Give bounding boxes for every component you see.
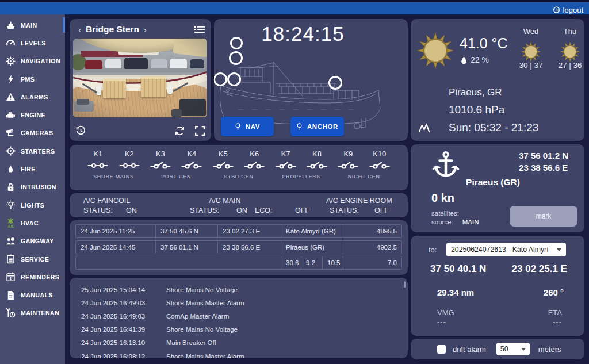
sidebar-item-pms[interactable]: PMS <box>0 70 65 88</box>
to-label: to: <box>429 246 437 254</box>
cell-place: Piraeus (GR) <box>281 240 343 254</box>
alarm-time: 24 Jun 2025 16:13:10 <box>81 339 158 346</box>
sidebar-item-hvac[interactable]: A/C HVAC <box>0 214 65 232</box>
helm-icon <box>5 56 16 66</box>
sidebar-item-manuals[interactable]: MANUALS <box>0 286 65 304</box>
sidebar-item-lights[interactable]: LIGHTS <box>0 196 65 214</box>
ac-field: ECO: OFF <box>255 206 309 214</box>
drift-distance-value: 50 <box>500 345 519 353</box>
cell-lon: 23 38 56.6 E <box>218 240 281 254</box>
sidebar-item-label: MAIN <box>21 22 37 29</box>
cell-log: 4895.5 <box>343 224 402 238</box>
scrollbar-thumb[interactable] <box>404 281 406 288</box>
camera-next-button[interactable]: › <box>141 25 150 34</box>
table-row: 24 Jun 2025 11:25 37 50 45.6 N 23 02 27.… <box>75 224 402 238</box>
destination-selected-option: 20250624072613 - Káto Almyrí <box>451 246 554 254</box>
camera-icon <box>5 128 16 138</box>
breaker-switch-icon <box>113 161 144 173</box>
table-row: 24 Jun 2025 14:45 37 56 01.1 N 23 38 56.… <box>75 240 402 254</box>
destination-select[interactable]: 20250624072613 - Káto Almyrí <box>446 243 566 256</box>
sidebar-item-maintenan[interactable]: MAINTENAN <box>0 304 65 322</box>
warning-icon <box>5 92 16 102</box>
clipboard-icon <box>5 254 16 265</box>
alarm-log-entry: 24 Jun 2025 16:08:12 Shore Mains Master … <box>70 350 408 358</box>
breaker-switch-icon <box>208 161 239 173</box>
cell-lon: 23 02 27.3 E <box>218 224 281 238</box>
forecast-day-label: Wed <box>510 27 552 36</box>
sidebar-item-starters[interactable]: STARTERS <box>0 142 65 160</box>
clock-panel: 18:24:15 NAV ANCHOR <box>214 19 408 141</box>
voyage-table-panel: 24 Jun 2025 11:25 37 50 45.6 N 23 02 27.… <box>70 220 408 275</box>
sidebar-item-levels[interactable]: LEVELS <box>0 34 65 52</box>
breaker-id-k5: K5 <box>208 150 239 158</box>
playlist-icon[interactable] <box>194 25 205 34</box>
destination-lat: 37 50 40.1 N <box>430 263 486 275</box>
breaker-id-k8: K8 <box>301 150 332 158</box>
alarm-log-panel[interactable]: 25 Jun 2025 15:04:14 Shore Mains No Volt… <box>70 278 408 358</box>
alarm-time: 24 Jun 2025 16:49:03 <box>81 313 158 320</box>
pressure: 1010.6 hPa <box>449 104 504 116</box>
breaker-switch-icon <box>176 161 207 173</box>
ac-field: STATUS: ON <box>190 206 247 214</box>
ac-field: STATUS: OFF <box>330 206 389 214</box>
eta-value: --- <box>553 318 562 327</box>
alarm-time: 25 Jun 2025 15:04:14 <box>81 286 158 293</box>
speed: 0 kn <box>431 191 454 205</box>
fullscreen-icon[interactable] <box>194 125 205 136</box>
top-bar: logout <box>0 0 589 14</box>
drift-distance-select[interactable]: 50 <box>496 343 530 355</box>
alarm-message: Shore Mains Master Alarm <box>166 353 244 358</box>
ac-field-value: ON <box>236 206 247 214</box>
svg-text:A/C: A/C <box>7 224 14 228</box>
sidebar-item-intrusion[interactable]: INTRUSION <box>0 178 65 196</box>
wrench-icon <box>5 308 16 318</box>
drift-alarm-checkbox[interactable] <box>437 345 446 354</box>
breaker-switch-icon <box>364 161 395 173</box>
nav-button-label: NAV <box>246 123 260 130</box>
bulb-icon <box>296 122 303 131</box>
sidebar-item-cameras[interactable]: CAMERAS <box>0 124 65 142</box>
ac-field-label: STATUS: <box>83 206 126 214</box>
camera-toolbar <box>75 124 205 137</box>
sidebar-item-label: STARTERS <box>21 148 55 155</box>
sidebar-item-alarms[interactable]: ALARMS <box>0 88 65 106</box>
mark-button[interactable]: mark <box>510 206 577 227</box>
sidebar-item-label: LEVELS <box>21 40 46 47</box>
sidebar-item-engine[interactable]: ENGINE <box>0 106 65 124</box>
ac-field-value: OFF <box>295 206 309 214</box>
sidebar-item-label: MANUALS <box>21 292 53 298</box>
current-place: Piraeus (GR) <box>406 177 580 187</box>
logout-icon <box>553 6 560 14</box>
refresh-icon[interactable] <box>174 125 185 136</box>
anchor-lights-button[interactable]: ANCHOR <box>290 117 344 136</box>
cell-datetime: 24 Jun 2025 11:25 <box>75 224 156 238</box>
bearing: 260 ° <box>544 288 564 297</box>
alarm-log-entry: 24 Jun 2025 16:49:03 ComAp Master Alarm <box>70 309 408 323</box>
breaker-groups: SHORE MAINSPORT GENSTBD GENPROPELLERSNIG… <box>82 174 395 179</box>
breaker-group-port-gen: PORT GEN <box>145 174 208 179</box>
sidebar-item-label: INTRUSION <box>21 183 56 190</box>
sidebar-item-label: LIGHTS <box>21 202 44 209</box>
sidebar-item-fire[interactable]: FIRE <box>0 160 65 178</box>
sidebar-item-service[interactable]: SERVICE <box>0 250 65 268</box>
cell-lat: 37 50 45.6 N <box>156 224 218 238</box>
camera-prev-button[interactable]: ‹ <box>75 25 84 34</box>
breaker-group-stbd-gen: STBD GEN <box>208 174 270 179</box>
breaker-switch-icon <box>82 161 113 173</box>
sidebar-item-label: FIRE <box>21 166 36 173</box>
forecast-day-label: Thu <box>549 27 589 36</box>
current-coordinates: 37 56 01.2 N 23 38 56.6 E <box>519 150 568 174</box>
cell-empty <box>75 256 281 270</box>
sidebar-item-navigation[interactable]: NAVIGATION <box>0 52 65 70</box>
engine-icon <box>5 110 16 120</box>
sidebar-item-reminders[interactable]: REMINDERS <box>0 268 65 286</box>
sidebar-item-label: HVAC <box>21 220 39 227</box>
breaker-switch-icon <box>332 161 364 173</box>
source-label: source: <box>431 219 453 225</box>
nav-lights-button[interactable]: NAV <box>221 117 274 136</box>
logout-button[interactable]: logout <box>553 6 583 14</box>
sidebar-item-gangway[interactable]: GANGWAY <box>0 232 65 250</box>
camera-feed[interactable] <box>73 39 207 117</box>
history-icon[interactable] <box>75 125 86 136</box>
sidebar-item-main[interactable]: MAIN <box>0 16 65 34</box>
